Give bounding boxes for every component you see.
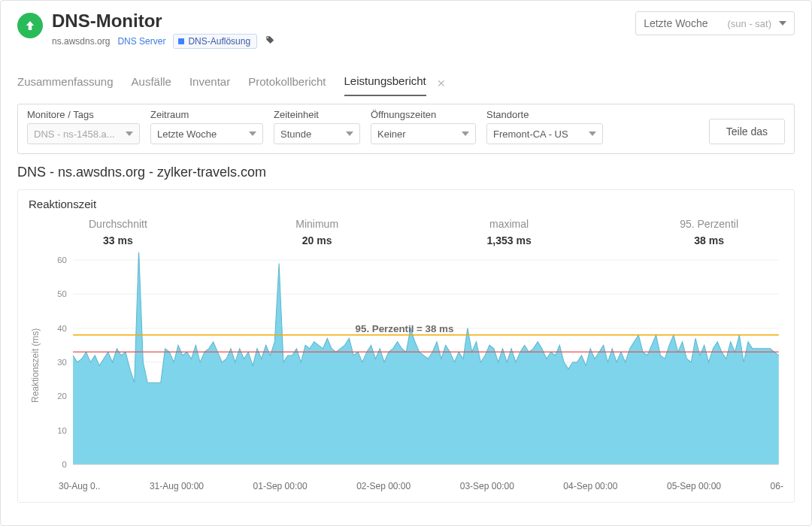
svg-text:10: 10: [57, 426, 67, 435]
unit-select[interactable]: Stunde: [274, 123, 360, 144]
tab-perfreport[interactable]: Leistungsbericht: [344, 70, 426, 96]
period-label: Zeitraum: [150, 109, 263, 120]
svg-text:30: 30: [57, 358, 67, 367]
close-tab-icon[interactable]: ✕: [437, 77, 446, 89]
tab-inventory[interactable]: Inventar: [189, 71, 230, 95]
page-header: DNS-Monitor ns.awsdns.org DNS Server DNS…: [17, 11, 795, 49]
chevron-down-icon: [589, 132, 596, 136]
chevron-down-icon: [462, 132, 469, 136]
resolution-chip[interactable]: DNS-Auflösung: [173, 34, 257, 49]
status-up-icon: [17, 13, 43, 38]
stat-min: Minimum 20 ms: [295, 218, 338, 246]
panel-title: DNS - ns.awsdns.org - zylker-travels.com: [17, 165, 795, 180]
svg-text:50: 50: [57, 290, 67, 299]
chevron-down-icon: [346, 132, 353, 136]
locations-label: Standorte: [486, 109, 603, 120]
report-panel: DNS - ns.awsdns.org - zylker-travels.com…: [17, 165, 795, 503]
stats-row: Durchschnitt 33 ms Minimum 20 ms maximal…: [29, 215, 783, 246]
tabs: Zusammenfassung Ausfälle Inventar Protok…: [17, 70, 795, 96]
square-icon: [178, 38, 184, 44]
share-button[interactable]: Teile das: [709, 119, 785, 144]
svg-text:40: 40: [57, 324, 67, 333]
monitor-host: ns.awsdns.org: [52, 36, 110, 47]
chevron-down-icon: [249, 132, 256, 136]
dns-server-link[interactable]: DNS Server: [117, 36, 165, 47]
reaction-time-card: Reaktionszeit Durchschnitt 33 ms Minimum…: [17, 189, 795, 503]
period-select[interactable]: Letzte Woche: [150, 123, 263, 144]
unit-label: Zeiteinheit: [274, 109, 360, 120]
chart-area: Reaktionszeit (ms) 010203040506095. Perz…: [29, 252, 783, 478]
x-axis-ticks: 30-Aug 0..31-Aug 00:0001-Sep 00:0002-Sep…: [29, 478, 783, 491]
timerange-dropdown[interactable]: Letzte Woche (sun - sat): [635, 11, 795, 35]
svg-text:95. Perzentil = 38 ms: 95. Perzentil = 38 ms: [356, 323, 454, 334]
timerange-primary: Letzte Woche: [644, 17, 707, 29]
svg-text:60: 60: [57, 256, 67, 265]
chevron-down-icon: [779, 21, 786, 26]
svg-text:20: 20: [57, 392, 67, 401]
monitors-label: Monitore / Tags: [27, 109, 140, 120]
stat-avg: Durchschnitt 33 ms: [89, 218, 147, 246]
chip-label: DNS-Auflösung: [188, 36, 250, 47]
tab-outages[interactable]: Ausfälle: [132, 71, 171, 95]
hours-label: Öffnungszeiten: [371, 109, 476, 120]
y-axis-label: Reaktionszeit (ms): [29, 252, 42, 478]
monitors-select[interactable]: DNS - ns-1458.a...: [27, 123, 140, 144]
hours-select[interactable]: Keiner: [371, 123, 476, 144]
timerange-secondary: (sun - sat): [727, 18, 771, 29]
card-heading: Reaktionszeit: [29, 198, 783, 210]
filter-bar: Monitore / Tags DNS - ns-1458.a... Zeitr…: [17, 104, 795, 154]
reaction-time-chart[interactable]: 010203040506095. Perzentil = 38 ms: [42, 252, 783, 478]
tag-icon[interactable]: [265, 35, 275, 48]
tab-logreport[interactable]: Protokollbericht: [248, 71, 326, 95]
tab-summary[interactable]: Zusammenfassung: [17, 71, 114, 95]
page-title: DNS-Monitor: [52, 11, 275, 31]
stat-max: maximal 1,353 ms: [487, 218, 532, 246]
chevron-down-icon: [126, 132, 133, 136]
svg-text:0: 0: [62, 461, 67, 470]
stat-p95: 95. Perzentil 38 ms: [680, 218, 738, 246]
locations-select[interactable]: Fremont-CA - US: [486, 123, 603, 144]
